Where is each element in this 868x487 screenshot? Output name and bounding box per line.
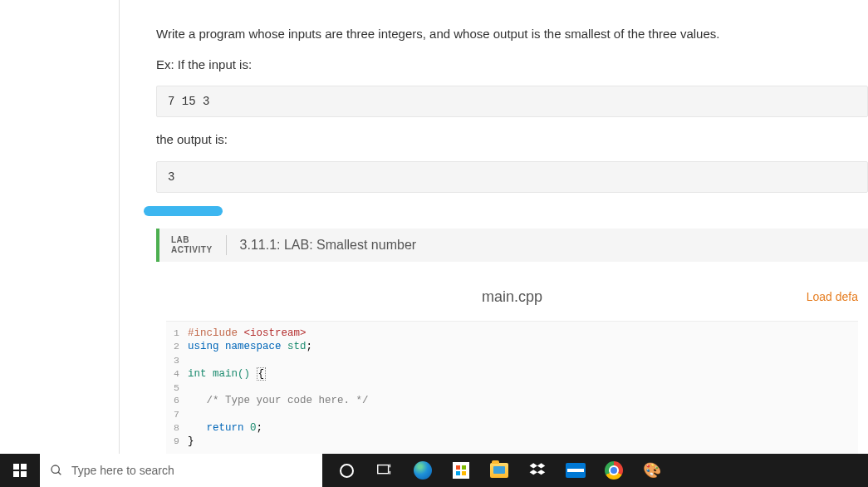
dropbox-button[interactable] (518, 454, 557, 487)
start-button[interactable] (0, 454, 40, 487)
output-label: the output is: (156, 130, 868, 150)
main-content: Write a program whose inputs are three i… (120, 0, 868, 459)
chrome-button[interactable] (595, 454, 633, 487)
annotation-highlight (144, 206, 223, 216)
lab-label-line2: ACTIVITY (171, 245, 213, 255)
left-sidebar (0, 0, 120, 454)
search-icon (50, 464, 63, 477)
example-output-block: 3 (156, 161, 868, 193)
paint-button[interactable]: 🎨 (633, 454, 671, 487)
windows-taskbar: Type here to search 🎨 (0, 454, 868, 487)
lab-title: 3.11.1: LAB: Smallest number (240, 238, 417, 253)
mail-icon (566, 463, 586, 478)
editor-tab-row: main.cpp Load defa (166, 280, 858, 321)
svg-rect-2 (378, 465, 389, 474)
search-placeholder: Type here to search (71, 464, 174, 477)
code-editor[interactable]: 1#include <iostream> 2using namespace st… (166, 321, 858, 460)
svg-point-0 (51, 465, 59, 473)
code-editor-panel: main.cpp Load defa 1#include <iostream> … (156, 280, 868, 460)
folder-icon (490, 463, 508, 478)
store-icon (453, 462, 469, 479)
edge-icon (414, 461, 432, 480)
svg-line-1 (58, 472, 61, 475)
task-view-icon (375, 461, 394, 480)
dropbox-icon (528, 461, 547, 480)
lab-header: LAB ACTIVITY 3.11.1: LAB: Smallest numbe… (156, 229, 868, 262)
problem-description: Write a program whose inputs are three i… (156, 25, 868, 44)
cortana-button[interactable] (327, 454, 365, 487)
windows-logo-icon (13, 464, 27, 477)
file-explorer-button[interactable] (480, 454, 518, 487)
taskbar-search[interactable]: Type here to search (40, 454, 322, 487)
lab-activity-label: LAB ACTIVITY (171, 235, 227, 255)
edge-browser-button[interactable] (404, 454, 442, 487)
microsoft-store-button[interactable] (442, 454, 480, 487)
chrome-icon (605, 461, 623, 480)
mail-button[interactable] (557, 454, 595, 487)
example-input-block: 7 15 3 (156, 86, 868, 117)
task-view-button[interactable] (365, 454, 404, 487)
palette-icon: 🎨 (643, 461, 661, 480)
lab-label-line1: LAB (171, 235, 213, 245)
example-prefix: Ex: If the input is: (156, 56, 868, 75)
editor-filename: main.cpp (166, 288, 858, 306)
circle-icon (340, 464, 354, 478)
load-default-link[interactable]: Load defa (807, 290, 858, 303)
taskbar-icons: 🎨 (322, 454, 671, 487)
